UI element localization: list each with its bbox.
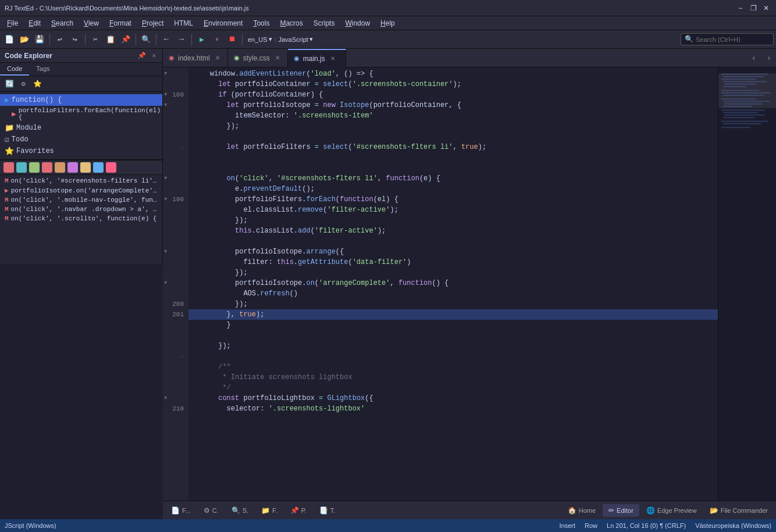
svg-rect-0 xyxy=(718,67,776,501)
new-button[interactable]: 📄 xyxy=(2,33,16,47)
code-line-blank3 xyxy=(188,163,718,173)
menu-macros[interactable]: Macros xyxy=(275,18,307,28)
code-content[interactable]: window.addEventListener('load', () => { … xyxy=(188,67,718,501)
paste-button[interactable]: 📌 xyxy=(119,33,133,47)
item-label-2: portfolioIsotope.on('arrangeComplete', f… xyxy=(11,187,158,194)
line-gutter: ▼ ▼180 ▼ - ▼ ▼190 ▼ ▼ xyxy=(163,67,188,501)
tree-item-todo[interactable]: ☑ Todo xyxy=(0,134,162,145)
gutter-line-201: 201 xyxy=(163,309,188,320)
refresh-button[interactable]: 🔄 xyxy=(3,78,15,90)
bottom-item-3[interactable]: M on('click', '.mobile-nav-toggle', func… xyxy=(0,195,162,205)
gutter-line xyxy=(163,257,188,267)
bottom-item-2[interactable]: ▶ portfolioIsotope.on('arrangeComplete',… xyxy=(0,185,162,195)
gutter-line: ▼ xyxy=(163,69,188,79)
tree-item-label-todo: Todo xyxy=(12,135,29,144)
minimize-button[interactable]: − xyxy=(735,3,746,13)
gutter-line xyxy=(163,362,188,372)
pin-button[interactable]: 📌 xyxy=(136,51,148,60)
close-button[interactable]: ✕ xyxy=(761,3,771,13)
favorites-icon: ⭐ xyxy=(5,147,14,156)
bottom-item-4[interactable]: M on('click', '.navbar .dropdown > a', f… xyxy=(0,205,162,214)
star-button[interactable]: ⭐ xyxy=(31,78,43,90)
gutter-line: ▼ xyxy=(163,278,188,288)
bottom-tab-file-commander[interactable]: 📂 File Commander xyxy=(704,504,774,517)
tab-label-s: S. xyxy=(243,507,248,514)
svg-rect-20 xyxy=(721,127,750,128)
code-line-filters: let portfolioFilters = select('#screensh… xyxy=(188,142,718,152)
settings-button[interactable]: ⚙ xyxy=(17,78,29,90)
menu-window[interactable]: Window xyxy=(340,18,375,28)
search-input[interactable] xyxy=(696,36,770,43)
menu-environment[interactable]: Environment xyxy=(199,18,247,28)
gutter-line xyxy=(163,341,188,351)
gutter-line xyxy=(163,110,188,121)
menu-scripts[interactable]: Scripts xyxy=(309,18,340,28)
cut-button[interactable]: ✂ xyxy=(88,33,102,47)
module-icon: 📁 xyxy=(5,123,14,133)
save-button[interactable]: 💾 xyxy=(33,33,47,47)
back-button[interactable]: ← xyxy=(159,33,173,47)
item-icon-2: ▶ xyxy=(5,187,9,194)
undo-button[interactable]: ↩ xyxy=(53,33,67,47)
menu-view[interactable]: View xyxy=(79,18,104,28)
bottom-tab-s[interactable]: 🔍 S. xyxy=(226,504,254,517)
badge-blue xyxy=(93,162,104,173)
tree-item-portfolio-filters[interactable]: ▶ portfolioFilters.forEach(function(el) … xyxy=(0,106,162,122)
bottom-item-5[interactable]: M on('click', '.scrollto', function(e) { xyxy=(0,214,162,223)
copy-button[interactable]: 📋 xyxy=(104,33,118,47)
menu-file[interactable]: File xyxy=(2,18,23,28)
maximize-button[interactable]: ❐ xyxy=(748,3,759,13)
js-lang-label: JavaScript xyxy=(279,36,308,43)
tab-close-css[interactable]: ✕ xyxy=(273,54,282,62)
bottom-tab-editor[interactable]: ✏ Editor xyxy=(603,504,639,517)
redo-button[interactable]: ↪ xyxy=(68,33,82,47)
tab-left-button[interactable]: ‹ xyxy=(747,51,761,65)
menu-project[interactable]: Project xyxy=(137,18,168,28)
debug-button[interactable]: ⚡ xyxy=(210,33,224,47)
tab-index-html[interactable]: ◉ index.html ✕ xyxy=(163,49,228,67)
tree-item-function[interactable]: ▶ function() { xyxy=(0,94,162,106)
find-button[interactable]: 🔍 xyxy=(139,33,153,47)
open-button[interactable]: 📂 xyxy=(17,33,31,47)
menu-tools[interactable]: Tools xyxy=(248,18,274,28)
language-selector[interactable]: en_US ▾ | JavaScript ▾ xyxy=(245,35,315,43)
bottom-tab-c[interactable]: ⚙ C. xyxy=(198,504,225,517)
bottom-tab-home[interactable]: 🏠 Home xyxy=(562,504,601,517)
gutter-line-190: ▼190 xyxy=(163,194,188,205)
search-box[interactable]: 🔍 xyxy=(681,33,774,45)
tree-item-favorites[interactable]: ⭐ Favorites xyxy=(0,145,162,157)
stop-button[interactable]: ⏹ xyxy=(225,33,239,47)
gutter-line: ▼ xyxy=(163,393,188,404)
code-line-2: let portfolioContainer = select('.screen… xyxy=(188,79,718,90)
code-line-lightbox: const portfolioLightbox = GLightbox({ xyxy=(188,393,718,404)
tab-close-html[interactable]: ✕ xyxy=(213,54,222,62)
tab-close-js[interactable]: ✕ xyxy=(329,55,337,63)
explorer-close-button[interactable]: ✕ xyxy=(150,51,158,60)
tab-tags[interactable]: Tags xyxy=(29,63,56,76)
menu-help[interactable]: Help xyxy=(376,18,400,28)
code-line-blank6 xyxy=(188,351,718,362)
tab-code[interactable]: Code xyxy=(0,63,29,76)
menu-edit[interactable]: Edit xyxy=(24,18,45,28)
separator-2 xyxy=(85,34,86,45)
forward-button[interactable]: → xyxy=(175,33,188,47)
todo-icon: ☑ xyxy=(5,135,9,144)
bottom-tab-f1[interactable]: 📄 F... xyxy=(165,504,197,517)
edge-label: Edge Preview xyxy=(657,507,697,514)
tab-right-button[interactable]: › xyxy=(762,51,776,65)
bottom-tab-t[interactable]: 📑 T. xyxy=(314,504,341,517)
tree-item-module[interactable]: 📁 Module xyxy=(0,122,162,134)
menu-html[interactable]: HTML xyxy=(169,18,198,28)
bottom-tab-edge-preview[interactable]: 🌐 Edge Preview xyxy=(640,504,703,517)
menu-search[interactable]: Search xyxy=(47,18,78,28)
gutter-line xyxy=(163,121,188,131)
tab-style-css[interactable]: ◉ style.css ✕ xyxy=(228,49,288,67)
code-line-close3: }); xyxy=(188,267,718,278)
bottom-tab-f2[interactable]: 📁 F. xyxy=(255,504,283,517)
code-line-190: portfolioFilters.forEach(function(el) { xyxy=(188,194,718,205)
bottom-tab-p[interactable]: 📌 P. xyxy=(284,504,312,517)
run-button[interactable]: ▶ xyxy=(195,33,209,47)
tab-main-js[interactable]: ◉ main.js ✕ xyxy=(288,49,346,67)
bottom-item-1[interactable]: M on('click', '#screenshots-filters li',… xyxy=(0,176,162,185)
menu-format[interactable]: Format xyxy=(105,18,136,28)
